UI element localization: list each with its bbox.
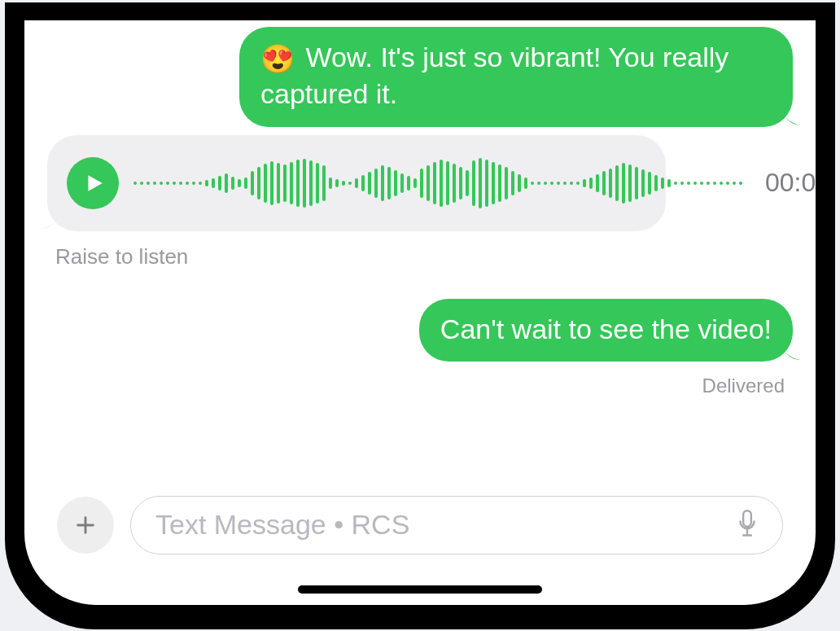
waveform-bar	[316, 163, 319, 204]
waveform-bar	[238, 179, 241, 187]
waveform-dot	[186, 182, 189, 185]
waveform-bar	[667, 179, 671, 187]
waveform-dot	[550, 182, 553, 185]
waveform-bar	[459, 167, 462, 199]
waveform-bar	[596, 174, 599, 192]
waveform-bar	[427, 165, 430, 201]
waveform-bar	[225, 173, 228, 193]
waveform-dot	[192, 182, 195, 185]
screen: 😍 Wow. It's just so vibrant! You really …	[24, 20, 816, 605]
waveform-bar	[648, 172, 651, 195]
waveform-dot	[537, 182, 540, 185]
waveform-dot	[713, 182, 716, 185]
waveform-bar	[355, 178, 358, 188]
waveform-bar	[361, 175, 365, 191]
waveform-bar	[335, 179, 339, 187]
play-icon	[84, 173, 105, 194]
waveform-bar	[322, 165, 326, 201]
waveform-bar	[622, 163, 625, 204]
waveform-bar	[303, 159, 306, 208]
message-text: Can't wait to see the video!	[440, 313, 772, 344]
message-text: Wow. It's just so vibrant! You really ca…	[260, 42, 728, 110]
waveform-bar	[609, 169, 612, 198]
waveform-bar	[309, 160, 313, 206]
compose-placeholder: Text Message • RCS	[155, 509, 735, 541]
waveform-dot	[531, 182, 534, 185]
waveform-bar	[492, 162, 495, 204]
waveform-bar	[231, 177, 234, 190]
waveform-bar	[205, 180, 208, 186]
waveform-bar	[218, 176, 221, 191]
waveform-dot	[544, 182, 547, 185]
waveform-bar	[518, 174, 521, 192]
waveform-dot	[147, 182, 150, 185]
raise-to-listen-hint: Raise to listen	[55, 244, 793, 269]
waveform-bar	[329, 177, 332, 189]
waveform-bar	[498, 164, 501, 202]
waveform-bar	[290, 162, 293, 204]
status-row: Delivered	[47, 375, 785, 397]
waveform-dot	[680, 182, 684, 185]
audio-waveform[interactable]	[133, 155, 742, 212]
waveform-bar	[264, 164, 267, 203]
waveform-bar	[270, 161, 273, 205]
waveform-dot	[563, 182, 567, 185]
home-indicator[interactable]	[298, 585, 542, 594]
waveform-dot	[576, 182, 580, 185]
waveform-dot	[693, 182, 697, 185]
waveform-dot	[733, 182, 736, 185]
waveform-bar	[407, 176, 410, 191]
message-row: Can't wait to see the video!	[47, 299, 793, 362]
waveform-bar	[654, 175, 658, 191]
composer-bar: Text Message • RCS	[24, 486, 816, 561]
message-row: 😍 Wow. It's just so vibrant! You really …	[47, 27, 793, 127]
audio-duration: 00:05	[765, 166, 816, 199]
waveform-bar	[296, 160, 300, 207]
waveform-bar	[635, 167, 638, 199]
waveform-bar	[641, 169, 645, 197]
waveform-bar	[413, 178, 417, 188]
waveform-dot	[166, 182, 169, 185]
waveform-bar	[348, 182, 352, 185]
waveform-bar	[244, 177, 247, 189]
sent-bubble: 😍 Wow. It's just so vibrant! You really …	[239, 27, 793, 127]
waveform-bar	[466, 170, 469, 196]
waveform-dot	[707, 182, 710, 185]
waveform-bar	[602, 171, 606, 195]
waveform-bar	[472, 160, 475, 206]
waveform-dot	[160, 182, 163, 185]
compose-field[interactable]: Text Message • RCS	[130, 496, 783, 554]
waveform-bar	[374, 169, 378, 198]
waveform-bar	[505, 167, 508, 199]
waveform-bar	[283, 164, 287, 202]
waveform-bar	[583, 179, 586, 187]
waveform-dot	[140, 182, 143, 185]
waveform-bar	[589, 177, 593, 189]
waveform-bar	[257, 167, 260, 199]
waveform-dot	[179, 182, 182, 185]
waveform-dot	[153, 182, 156, 185]
mic-icon	[735, 510, 759, 537]
messages-area[interactable]: 😍 Wow. It's just so vibrant! You really …	[24, 20, 816, 486]
waveform-dot	[687, 182, 690, 185]
waveform-dot	[720, 182, 723, 185]
mic-button[interactable]	[735, 510, 759, 541]
waveform-dot	[199, 182, 202, 185]
audio-bubble: 00:05	[47, 135, 666, 231]
waveform-bar	[400, 173, 404, 193]
play-button[interactable]	[67, 157, 119, 209]
waveform-dot	[173, 182, 176, 185]
waveform-bar	[615, 165, 619, 201]
waveform-bar	[433, 162, 436, 204]
waveform-bar	[212, 178, 215, 188]
waveform-bar	[420, 169, 423, 198]
waveform-bar	[368, 172, 371, 195]
waveform-bar	[485, 160, 488, 207]
waveform-dot	[700, 182, 703, 185]
waveform-bar	[524, 177, 527, 189]
heart-eyes-emoji: 😍	[260, 43, 295, 74]
waveform-dot	[674, 182, 677, 185]
waveform-bar	[387, 167, 391, 199]
add-button[interactable]	[57, 497, 114, 554]
waveform-bar	[453, 164, 456, 203]
